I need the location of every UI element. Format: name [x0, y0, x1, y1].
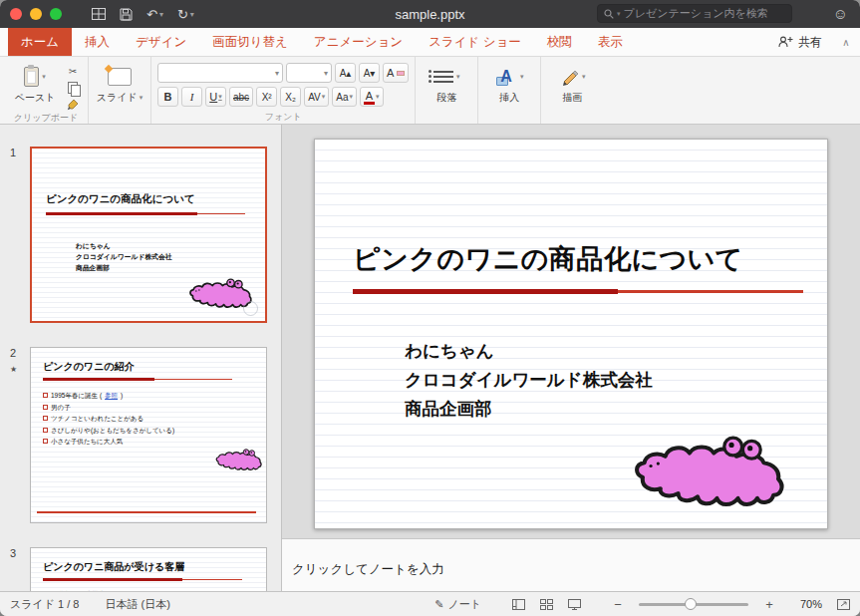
slide-sorter-button[interactable] — [540, 599, 553, 610]
ribbon-grid-icon[interactable] — [92, 8, 106, 20]
undo-button[interactable]: ↶ ▾ — [146, 7, 163, 22]
change-case-button[interactable]: Aa▾ — [332, 87, 357, 107]
italic-button[interactable]: I — [181, 87, 202, 107]
tab-slideshow[interactable]: スライド ショー — [416, 28, 534, 56]
zoom-slider[interactable] — [639, 598, 748, 610]
paste-label: ペースト — [15, 91, 56, 105]
language-indicator[interactable]: 日本語 (日本) — [106, 597, 170, 612]
minimize-window-button[interactable] — [30, 8, 42, 20]
chevron-down-icon: ▾ — [140, 94, 143, 102]
grow-font-button[interactable]: A▴ — [335, 63, 356, 83]
tab-view[interactable]: 表示 — [585, 28, 636, 56]
slide-thumbnail-1[interactable]: ピンクのワニの商品化について わにちゃん クロコダイルワールド株式会社 商品企画… — [30, 147, 267, 323]
insert-button[interactable]: A ▾ 挿入 — [484, 61, 534, 105]
font-size-combo[interactable]: ▾ — [286, 63, 332, 83]
redo-button[interactable]: ↻ ▾ — [177, 7, 194, 22]
new-slide-button[interactable]: スライド ▾ — [95, 61, 144, 105]
close-window-button[interactable] — [10, 8, 22, 20]
slide-counter: スライド 1 / 8 — [10, 597, 80, 612]
save-icon[interactable] — [120, 8, 133, 21]
bullet-text: さびしがりや(おともだちをさがしている) — [51, 425, 174, 437]
slideshow-button[interactable] — [568, 599, 581, 610]
draw-group-label — [547, 111, 597, 123]
share-label: 共有 — [798, 34, 822, 51]
draw-button[interactable]: ▾ 描画 — [547, 61, 597, 105]
normal-view-button[interactable] — [512, 599, 525, 610]
slide-canvas: ピンクのワニの商品化について わにちゃん クロコダイルワールド株式会社 商品企画… — [282, 125, 860, 538]
fit-to-window-button[interactable] — [837, 599, 850, 610]
superscript-button[interactable]: X² — [256, 87, 277, 107]
tab-animations[interactable]: アニメーション — [301, 28, 416, 56]
powerpoint-window: ↶ ▾ ↻ ▾ sample.pptx ▾ プレゼンテーション内を検索 ☺ ホー… — [0, 0, 860, 616]
shrink-font-button[interactable]: A▾ — [359, 63, 380, 83]
font-name-combo[interactable]: ▾ — [157, 63, 283, 83]
underline-button[interactable]: U▾ — [205, 87, 226, 107]
slide-thumbnail-2[interactable]: ピンクのワニの紹介 1995年春に誕生 (参照) 男の子 ツチノコといわれたこと… — [30, 347, 267, 523]
search-input[interactable]: ▾ プレゼンテーション内を検索 — [597, 4, 792, 23]
thumbnail-row: 3 ピンクのワニ商品が受ける客層 子供向け(～小学生) — [0, 547, 281, 591]
notes-toggle-button[interactable]: ✎ ノート — [434, 597, 481, 612]
slides-group-label — [95, 111, 144, 123]
notes-toggle-label: ノート — [447, 597, 481, 612]
cut-button[interactable]: ✂ — [64, 64, 82, 78]
zoom-window-button[interactable] — [50, 8, 62, 20]
feedback-smiley-icon[interactable]: ☺ — [833, 5, 848, 23]
bullet-square-icon — [43, 439, 48, 444]
chevron-down-icon: ▾ — [617, 10, 621, 18]
format-painter-button[interactable] — [64, 98, 82, 112]
collapse-ribbon-icon[interactable]: ∧ — [832, 28, 860, 56]
pink-crocodile-drawing[interactable] — [630, 426, 791, 512]
chevron-down-icon: ▾ — [520, 73, 524, 81]
statusbar: スライド 1 / 8 日本語 (日本) ✎ ノート − — [0, 591, 860, 616]
paste-button[interactable]: ▾ ペースト — [10, 61, 60, 105]
fit-to-window-icon — [837, 599, 850, 610]
thumb-bullet-list: 1995年春に誕生 (参照) 男の子 ツチノコといわれたことがある さびしがりや… — [43, 390, 174, 448]
bullet-item: ツチノコといわれたことがある — [43, 413, 174, 425]
underline-letter: U — [209, 91, 217, 103]
chevron-down-icon: ▾ — [324, 69, 328, 78]
tab-review[interactable]: 校閲 — [534, 28, 585, 56]
paragraph-label: 段落 — [436, 91, 456, 105]
redo-icon: ↻ — [177, 7, 188, 22]
search-placeholder: プレゼンテーション内を検索 — [624, 6, 768, 21]
bullet-text: ) — [121, 390, 123, 402]
hyperlink[interactable]: 参照 — [105, 390, 118, 402]
zoom-level[interactable]: 70% — [790, 598, 822, 610]
thumb-title: ピンクのワニの紹介 — [43, 360, 135, 374]
notes-pane[interactable]: クリックしてノートを入力 — [282, 538, 860, 591]
clipboard-group-label: クリップボード — [10, 112, 82, 124]
tab-home[interactable]: ホーム — [8, 28, 72, 56]
zoom-out-button[interactable]: − — [612, 597, 624, 612]
share-button[interactable]: 共有 — [768, 28, 832, 56]
subscript-button[interactable]: X₂ — [280, 87, 301, 107]
bullet-item: さびしがりや(おともだちをさがしている) — [43, 425, 174, 437]
zoom-slider-thumb[interactable] — [685, 598, 697, 610]
slide-title-text[interactable]: ピンクのワニの商品化について — [353, 241, 743, 277]
slide-thumbnail-3[interactable]: ピンクのワニ商品が受ける客層 子供向け(～小学生) — [30, 547, 267, 591]
bold-button[interactable]: B — [157, 87, 178, 107]
copy-button[interactable] — [64, 81, 82, 95]
slide-body-line: 商品企画部 — [405, 395, 653, 424]
tab-design[interactable]: デザイン — [123, 28, 199, 56]
character-spacing-button[interactable]: AV▾ — [304, 87, 329, 107]
pencil-icon: ✎ — [434, 598, 443, 611]
ribbon-tabbar: ホーム 挿入 デザイン 画面切り替え アニメーション スライド ショー 校閲 表… — [0, 28, 860, 57]
insert-text-icon: A — [495, 66, 517, 88]
thumb-body: わにちゃん クロコダイルワールド株式会社 商品企画部 — [76, 240, 172, 273]
titlebar: ↶ ▾ ↻ ▾ sample.pptx ▾ プレゼンテーション内を検索 ☺ — [0, 0, 860, 28]
bullet-text: 男の子 — [51, 402, 71, 414]
pink-crocodile-drawing — [214, 446, 264, 472]
current-slide[interactable]: ピンクのワニの商品化について わにちゃん クロコダイルワールド株式会社 商品企画… — [314, 139, 828, 529]
slide-body-line: わにちゃん — [405, 337, 653, 366]
paragraph-button[interactable]: ▾ 段落 — [422, 61, 471, 105]
clipboard-group: ▾ ペースト ✂ クリップボード — [4, 57, 89, 124]
strikethrough-button[interactable]: abc — [229, 87, 253, 107]
clear-formatting-button[interactable]: A — [383, 63, 409, 83]
insert-group: A ▾ 挿入 — [478, 57, 541, 124]
slide-body-text[interactable]: わにちゃん クロコダイルワールド株式会社 商品企画部 — [405, 337, 653, 424]
tab-transitions[interactable]: 画面切り替え — [199, 28, 301, 56]
tab-insert[interactable]: 挿入 — [72, 28, 123, 56]
zoom-in-button[interactable]: + — [763, 597, 775, 612]
bullet-item: 小さな子供たちに大人気 — [43, 436, 174, 448]
font-color-button[interactable]: A ▾ — [360, 87, 384, 107]
